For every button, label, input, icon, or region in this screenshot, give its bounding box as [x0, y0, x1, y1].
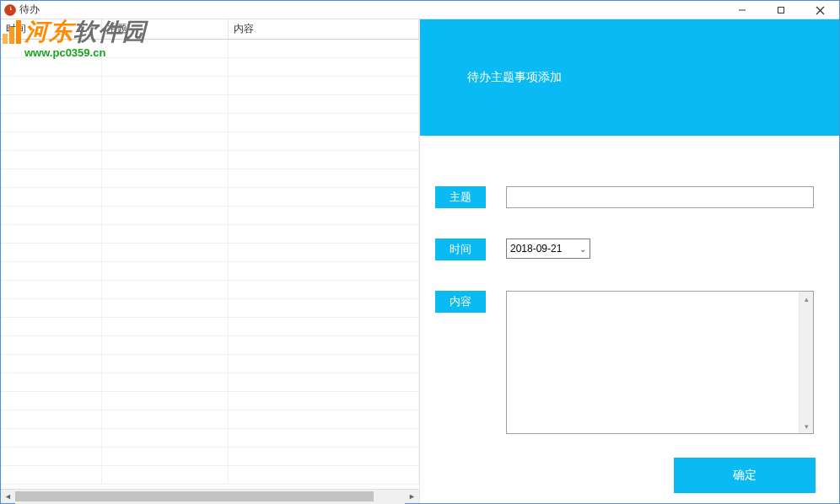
table-row[interactable] — [1, 429, 419, 448]
table-row[interactable] — [1, 281, 419, 299]
form-row-time: 时间 2018-09-21 ⌄ — [435, 239, 819, 260]
table-row[interactable] — [1, 373, 419, 392]
minimize-button[interactable] — [723, 1, 762, 19]
time-label: 时间 — [435, 239, 486, 260]
table-row[interactable] — [1, 410, 419, 429]
table-row[interactable] — [1, 355, 419, 373]
column-header-subject[interactable]: 主题 — [102, 19, 229, 39]
table-row[interactable] — [1, 114, 419, 132]
table-row[interactable] — [1, 188, 419, 206]
right-panel: 待办主题事项添加 主题 时间 2018-09-21 ⌄ 内容 — [420, 19, 839, 503]
table-row[interactable] — [1, 77, 419, 95]
scroll-thumb[interactable] — [15, 491, 374, 501]
table-row[interactable] — [1, 318, 419, 336]
scroll-track[interactable] — [15, 490, 405, 504]
window-title: 待办 — [19, 3, 40, 17]
table-row[interactable] — [1, 151, 419, 169]
svg-rect-2 — [778, 8, 784, 13]
content-label: 内容 — [435, 291, 486, 313]
window-controls — [723, 1, 839, 19]
table-row[interactable] — [1, 448, 419, 466]
chevron-down-icon: ⌄ — [579, 244, 586, 254]
scroll-up-icon[interactable]: ▴ — [800, 292, 814, 306]
table-row[interactable] — [1, 466, 419, 485]
table-row[interactable] — [1, 169, 419, 188]
form-header-title: 待办主题事项添加 — [467, 70, 562, 85]
app-icon — [4, 4, 16, 16]
app-window: 待办 时间 主题 内容 — [0, 0, 840, 504]
table-row[interactable] — [1, 336, 419, 355]
table-row[interactable] — [1, 262, 419, 281]
subject-input[interactable] — [506, 186, 814, 208]
content-textarea-wrap: ▴ ▾ — [506, 291, 814, 434]
content-textarea[interactable] — [507, 292, 799, 433]
table-row[interactable] — [1, 95, 419, 114]
scroll-down-icon[interactable]: ▾ — [800, 419, 814, 433]
table-row[interactable] — [1, 206, 419, 225]
confirm-button[interactable]: 确定 — [674, 458, 816, 493]
table: 时间 主题 内容 — [1, 19, 419, 489]
maximize-button[interactable] — [762, 1, 800, 19]
date-picker[interactable]: 2018-09-21 ⌄ — [506, 239, 590, 259]
confirm-button-label: 确定 — [733, 468, 757, 483]
vertical-scrollbar[interactable]: ▴ ▾ — [799, 292, 813, 433]
table-row[interactable] — [1, 392, 419, 410]
table-row[interactable] — [1, 40, 419, 58]
form-row-content: 内容 ▴ ▾ — [435, 291, 819, 434]
left-panel: 时间 主题 内容 — [1, 19, 420, 503]
main-area: 时间 主题 内容 — [1, 19, 839, 503]
subject-label: 主题 — [435, 186, 486, 208]
column-header-content[interactable]: 内容 — [229, 19, 419, 39]
table-header: 时间 主题 内容 — [1, 19, 419, 40]
horizontal-scrollbar[interactable]: ◄ ► — [1, 489, 419, 503]
date-value: 2018-09-21 — [510, 243, 562, 255]
table-row[interactable] — [1, 132, 419, 151]
scroll-left-icon[interactable]: ◄ — [1, 490, 15, 504]
form-header: 待办主题事项添加 — [420, 19, 839, 136]
table-body[interactable] — [1, 40, 419, 489]
table-row[interactable] — [1, 58, 419, 77]
form-row-subject: 主题 — [435, 186, 819, 208]
scroll-right-icon[interactable]: ► — [405, 490, 419, 504]
titlebar: 待办 — [1, 1, 839, 19]
table-row[interactable] — [1, 244, 419, 262]
close-button[interactable] — [800, 1, 839, 19]
form-area: 主题 时间 2018-09-21 ⌄ 内容 ▴ — [420, 136, 839, 503]
column-header-time[interactable]: 时间 — [1, 19, 102, 39]
table-row[interactable] — [1, 225, 419, 244]
table-row[interactable] — [1, 299, 419, 318]
